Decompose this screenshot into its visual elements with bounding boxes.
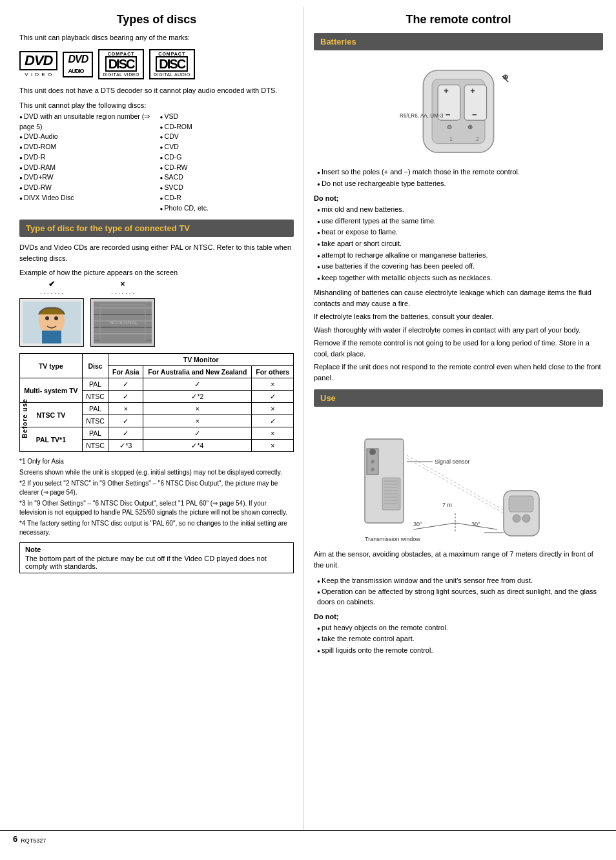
list-item: CVD <box>160 142 294 152</box>
type-of-disc-banner: Type of disc for the type of connected T… <box>19 220 294 237</box>
aim-bullets: Keep the transmission window and the uni… <box>314 575 603 608</box>
disc-cell: PAL <box>82 378 108 391</box>
svg-text:30°: 30° <box>413 521 422 527</box>
compact-disc-digital-video-logo: COMPACT DISC DIGITAL VIDEO <box>98 49 144 79</box>
footnotes: *1 Only for Asia Screens shown while the… <box>19 457 294 537</box>
pic-dots-left: · · · · · · · <box>40 290 63 297</box>
warning-paragraph: Mishandling of batteries can cause elect… <box>314 287 603 309</box>
remote-use-svg: Signal sensor Transmission window 7 m <box>362 413 555 542</box>
others-cell: × <box>252 440 294 452</box>
list-item: SACD <box>160 172 294 183</box>
aus-cell: × <box>143 415 252 427</box>
picture-examples: ✔ · · · · · · · <box>19 280 294 347</box>
do-not2-list: put heavy objects on the remote control.… <box>314 622 603 657</box>
asia-cell: ✓ <box>108 427 143 440</box>
example-label: Example of how the picture appears on th… <box>19 269 294 276</box>
list-item: CD-RW <box>160 163 294 173</box>
list-item: take the remote control apart. <box>317 633 603 645</box>
list-item: take apart or short circuit. <box>317 238 603 250</box>
batteries-banner: Batteries <box>314 33 603 50</box>
list-item: DVD-RAM <box>19 163 154 173</box>
col1-list: DVD with an unsuitable region number (⇒ … <box>19 112 154 203</box>
dts-text: This unit does not have a DTS decoder so… <box>19 86 294 96</box>
model-number: RQT5327 <box>21 837 46 844</box>
list-item: DVD-RW <box>19 183 154 193</box>
tv-type-cell: PAL TV*1 <box>20 427 83 452</box>
side-label: Before use <box>21 398 28 438</box>
list-item: attempt to recharge alkaline or manganes… <box>317 250 603 261</box>
battery-instructions: Insert so the poles (+ and −) match thos… <box>314 167 603 189</box>
svg-point-31 <box>371 460 375 464</box>
list-item: spill liquids onto the remote control. <box>317 645 603 657</box>
right-column: The remote control Batteries + − + − <box>303 6 616 830</box>
aus-cell: ✓ <box>143 427 252 440</box>
footnote: Screens shown while the unit is stopped … <box>19 468 294 477</box>
list-item: CD-ROM <box>160 122 294 132</box>
svg-point-48 <box>513 515 520 522</box>
disc-label-2: DISC <box>156 56 188 72</box>
tv-type-cell: NTSC TV <box>20 403 83 427</box>
bad-pic-box: × · · · · · · · <box>90 280 155 347</box>
svg-text:+: + <box>444 86 448 96</box>
svg-text:NO SIGNAL: NO SIGNAL <box>110 320 138 325</box>
bad-pic-frame: NO SIGNAL <box>90 298 155 347</box>
svg-text:R6/LR6, AA, UM-3: R6/LR6, AA, UM-3 <box>400 113 444 119</box>
list-item: Keep the transmission window and the uni… <box>317 575 603 586</box>
list-item: put heavy objects on the remote control. <box>317 622 603 634</box>
svg-text:Signal sensor: Signal sensor <box>435 458 470 465</box>
col2-list: VSDCD-ROMCDVCVDCD-GCD-RWSACDSVCDCD-RPhot… <box>160 112 294 214</box>
svg-point-2 <box>45 316 49 320</box>
compact-disc-digital-audio-logo: COMPACT DISC DIGITAL AUDIO <box>149 49 195 79</box>
footnote: *2 If you select "2 NTSC" in "9 Other Se… <box>19 479 294 497</box>
list-item: CD-R <box>160 193 294 203</box>
list-item: DVD-ROM <box>19 142 154 152</box>
svg-text:7 m: 7 m <box>442 502 452 508</box>
dvd-video-info: DVDs and Video CDs are recorded using ei… <box>19 242 294 263</box>
page-number: 6 <box>13 834 17 844</box>
left-title: Types of discs <box>19 13 294 26</box>
others-cell: × <box>252 427 294 440</box>
x-indicator: × <box>120 280 125 289</box>
right-title: The remote control <box>314 13 603 26</box>
battery-diagram: + − + − 1 2 ⊕ R6/LR6, AA, UM-3 ⊖ ⊕ <box>314 57 603 160</box>
do-not-list: mix old and new batteries.use different … <box>314 204 603 283</box>
dvd-video-logo: DVD V I D E O <box>19 51 57 77</box>
list-item: use different types at the same time. <box>317 216 603 227</box>
remote-use-diagram: Signal sensor Transmission window 7 m <box>314 413 603 542</box>
dvd-audio-logo: DVDAUDIO <box>63 52 93 77</box>
battery-instructions-list: Insert so the poles (+ and −) match thos… <box>314 167 603 189</box>
disc-logos-row: DVD V I D E O DVDAUDIO COMPACT DISC DIGI… <box>19 49 294 79</box>
warning-paragraphs: Mishandling of batteries can cause elect… <box>314 287 603 383</box>
table-row: PAL TV*1PAL✓✓× <box>20 427 294 440</box>
disc-table-body: Multi- system TVPAL✓✓×NTSC✓✓*2✓NTSC TVPA… <box>20 378 294 452</box>
note-title: Note <box>25 546 288 553</box>
list-item: Operation can be affected by strong ligh… <box>317 586 603 608</box>
disc-header: Disc <box>82 354 108 378</box>
svg-text:Transmission window: Transmission window <box>365 536 420 542</box>
list-item: DIVX Video Disc <box>19 193 154 203</box>
svg-rect-4 <box>42 331 61 343</box>
list-item: VSD <box>160 112 294 122</box>
svg-line-45 <box>407 458 504 513</box>
list-item: DVD-Audio <box>19 132 154 142</box>
footnote: *1 Only for Asia <box>19 457 294 466</box>
others-header: For others <box>252 366 294 378</box>
compact-label-1: COMPACT <box>108 52 135 56</box>
note-box: Note The bottom part of the picture may … <box>19 542 294 573</box>
dvd-video-text: DVD <box>19 51 57 70</box>
list-item: heat or expose to flame. <box>317 227 603 238</box>
list-item: DVD-R <box>19 152 154 163</box>
checkmark-indicator: ✔ <box>48 280 55 289</box>
page-footer: 6 RQT5327 <box>0 830 616 847</box>
left-column: Before use Types of discs This unit can … <box>0 6 303 830</box>
disc-table: TV type Disc TV Monitor For Asia For Aus… <box>19 353 294 452</box>
use-banner: Use <box>314 389 603 407</box>
tv-monitor-header: TV Monitor <box>108 354 294 366</box>
table-header-row1: TV type Disc TV Monitor <box>20 354 294 366</box>
aus-cell: ✓*2 <box>143 391 252 403</box>
disc-cell: PAL <box>82 403 108 415</box>
disc-cell: NTSC <box>82 440 108 452</box>
asia-cell: ✓*3 <box>108 440 143 452</box>
svg-point-30 <box>369 449 376 455</box>
asia-cell: ✓ <box>108 378 143 391</box>
